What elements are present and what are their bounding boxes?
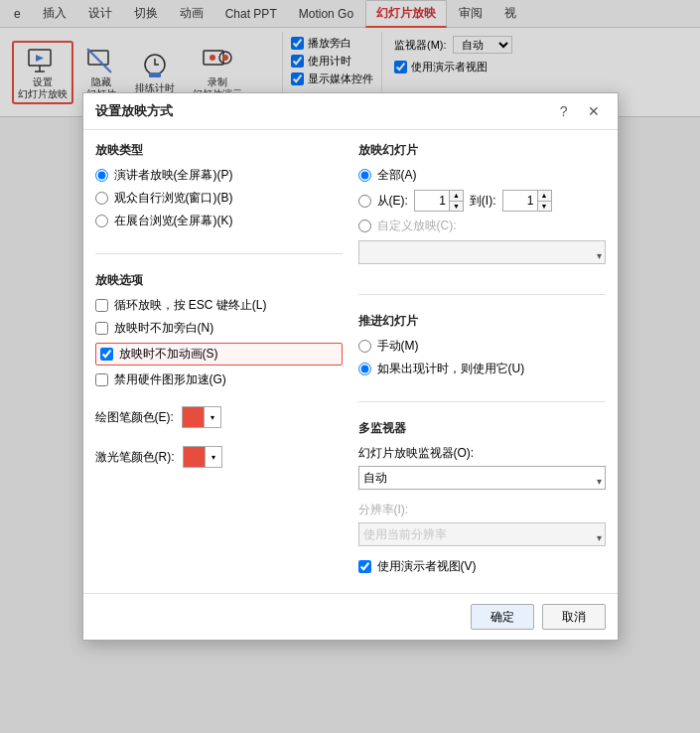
section-show-options: 放映选项 循环放映，按 ESC 键终止(L) 放映时不加旁白(N) 放映时不加动…	[95, 272, 343, 394]
dialog-close-button[interactable]: ✕	[582, 101, 606, 121]
laser-color-label: 激光笔颜色(R):	[95, 449, 175, 466]
dialog-help-button[interactable]: ?	[554, 101, 574, 121]
from-value[interactable]	[415, 191, 449, 211]
chk-no-hwaccel[interactable]: 禁用硬件图形加速(G)	[95, 371, 343, 388]
radio-kiosk[interactable]: 在展台浏览(全屏幕)(K)	[95, 213, 343, 229]
dialog-left-column: 放映类型 演讲者放映(全屏幕)(P) 观众自行浏览(窗口)(B) 在展台浏览(全…	[95, 142, 343, 581]
to-up-arrow[interactable]: ▲	[538, 191, 551, 202]
dialog-ok-button[interactable]: 确定	[471, 604, 534, 630]
laser-color-button[interactable]: ▾	[183, 446, 222, 468]
divider-left	[95, 253, 343, 254]
dialog-title-bar: 设置放映方式 ? ✕	[83, 93, 618, 130]
pen-color-row: 绘图笔颜色(E): ▾	[95, 406, 343, 428]
chk-no-anim[interactable]: 放映时不加动画(S)	[95, 343, 343, 366]
chk-presenter-view-dlg[interactable]: 使用演示者视图(V)	[358, 558, 606, 575]
dialog-cancel-button[interactable]: 取消	[542, 604, 606, 630]
pen-color-button[interactable]: ▾	[182, 406, 221, 428]
to-value[interactable]	[503, 191, 537, 211]
chk-loop[interactable]: 循环放映，按 ESC 键终止(L)	[95, 297, 343, 314]
section-show-type: 放映类型 演讲者放映(全屏幕)(P) 观众自行浏览(窗口)(B) 在展台浏览(全…	[95, 142, 343, 235]
to-spin-arrows: ▲ ▼	[537, 191, 551, 211]
to-spin[interactable]: ▲ ▼	[502, 190, 552, 212]
section-advance: 推进幻灯片 手动(M) 如果出现计时，则使用它(U)	[358, 313, 606, 383]
dialog-overlay: 设置放映方式 ? ✕ 放映类型 演讲者放映(全屏幕)(P)	[0, 0, 700, 733]
section-multimonitor-label: 多监视器	[358, 420, 606, 437]
resolution-combo-wrapper: 使用当前分辨率	[358, 522, 606, 552]
resolution-label: 分辨率(I):	[358, 502, 606, 518]
custom-show-combo-wrapper	[358, 240, 606, 270]
from-up-arrow[interactable]: ▲	[450, 191, 463, 202]
from-down-arrow[interactable]: ▼	[450, 202, 463, 212]
from-spin[interactable]: ▲ ▼	[414, 190, 464, 212]
dialog-setup-show: 设置放映方式 ? ✕ 放映类型 演讲者放映(全屏幕)(P)	[82, 92, 619, 641]
from-spin-arrows: ▲ ▼	[449, 191, 463, 211]
laser-color-row: 激光笔颜色(R): ▾	[95, 446, 343, 468]
radio-manual[interactable]: 手动(M)	[358, 338, 606, 355]
resolution-select[interactable]: 使用当前分辨率	[358, 522, 606, 546]
dialog-title-controls: ? ✕	[554, 101, 606, 121]
section-show-options-label: 放映选项	[95, 272, 343, 289]
monitor-select-combo[interactable]: 自动	[358, 466, 606, 490]
monitor-select-label: 幻灯片放映监视器(O):	[358, 445, 606, 462]
dialog-footer: 确定 取消	[83, 593, 618, 640]
divider-right-2	[358, 401, 606, 402]
radio-browser-window[interactable]: 观众自行浏览(窗口)(B)	[95, 190, 343, 207]
divider-right-1	[358, 294, 606, 295]
section-multimonitor: 多监视器 幻灯片放映监视器(O): 自动 分辨率(I): 使用当前分辨率	[358, 420, 606, 581]
laser-color-dropdown-arrow[interactable]: ▾	[206, 447, 221, 467]
pen-color-swatch	[183, 407, 205, 427]
section-show-type-label: 放映类型	[95, 142, 343, 159]
section-show-slides: 放映幻灯片 全部(A) 从(E): ▲ ▼	[358, 142, 606, 276]
to-down-arrow[interactable]: ▼	[538, 202, 551, 212]
laser-color-swatch	[184, 447, 206, 467]
dialog-title: 设置放映方式	[95, 102, 173, 120]
dialog-right-column: 放映幻灯片 全部(A) 从(E): ▲ ▼	[358, 142, 606, 581]
custom-show-select[interactable]	[358, 240, 606, 264]
radio-custom-show[interactable]: 自定义放映(C):	[358, 218, 606, 234]
section-advance-label: 推进幻灯片	[358, 313, 606, 330]
radio-from-to[interactable]: 从(E): ▲ ▼ 到(I): ▲	[358, 190, 606, 212]
radio-auto-advance[interactable]: 如果出现计时，则使用它(U)	[358, 361, 606, 377]
chk-no-narr[interactable]: 放映时不加旁白(N)	[95, 320, 343, 337]
monitor-select-combo-wrapper: 自动	[358, 466, 606, 496]
dialog-body: 放映类型 演讲者放映(全屏幕)(P) 观众自行浏览(窗口)(B) 在展台浏览(全…	[83, 130, 618, 593]
pen-color-label: 绘图笔颜色(E):	[95, 409, 174, 426]
radio-all-slides[interactable]: 全部(A)	[358, 167, 606, 184]
radio-presenter[interactable]: 演讲者放映(全屏幕)(P)	[95, 167, 343, 184]
section-show-slides-label: 放映幻灯片	[358, 142, 606, 159]
pen-color-dropdown-arrow[interactable]: ▾	[205, 407, 220, 427]
